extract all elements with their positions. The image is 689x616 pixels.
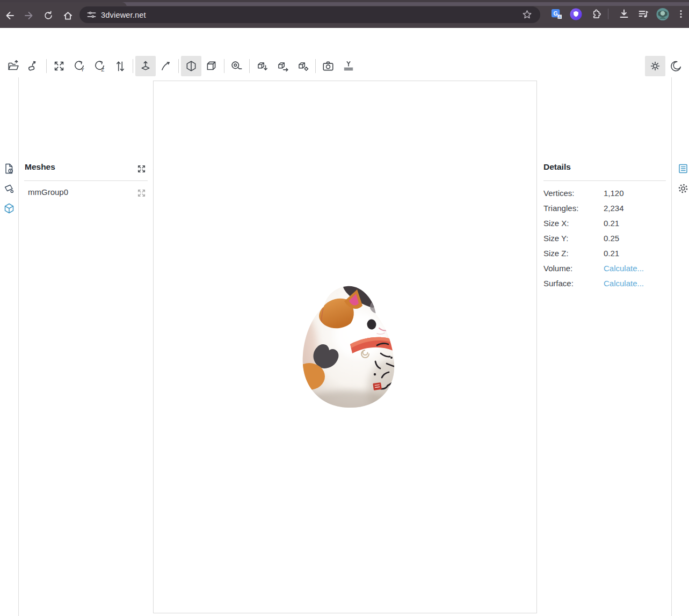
detail-value: 2,234: [604, 204, 624, 213]
detail-row-volume: Volume: Calculate...: [543, 260, 666, 276]
detail-row-size-x: Size X: 0.21: [543, 215, 666, 230]
home-icon[interactable]: [59, 7, 76, 24]
fit-mesh-icon[interactable]: [137, 189, 146, 200]
toolbar-separator: [224, 59, 224, 73]
translate-extension-icon[interactable]: GA: [550, 8, 563, 20]
screen: 3dviewer.net GA O: [0, 0, 689, 616]
toolbar-separator: [249, 59, 250, 73]
details-list-icon[interactable]: [677, 163, 689, 177]
profile-avatar[interactable]: [656, 8, 669, 20]
toolbar-separator: [46, 59, 47, 73]
svg-text:A: A: [558, 15, 561, 19]
cube-arrow-right-icon[interactable]: [272, 56, 293, 76]
detail-row-size-z: Size Z: 0.21: [543, 245, 666, 260]
detail-label: Size Z:: [543, 249, 604, 258]
detail-label: Size Y:: [543, 234, 604, 243]
toolbar-separator: [178, 59, 179, 73]
detail-row-triangles: Triangles: 2,234: [543, 200, 666, 215]
right-sidebar-strip: [671, 77, 689, 616]
free-orbit-icon[interactable]: [156, 56, 176, 76]
toolbar-separator: [315, 59, 316, 73]
menu-dots-icon[interactable]: [675, 8, 687, 20]
orthographic-camera-icon[interactable]: [201, 56, 222, 76]
set-z-up-icon[interactable]: Z: [90, 56, 110, 76]
app-header: ONLINE 3D VIEWER cat fixed.obj: [0, 28, 689, 55]
detail-label: Volume:: [543, 264, 604, 273]
snapshot-camera-icon[interactable]: [318, 56, 338, 76]
downloads-icon[interactable]: [618, 8, 630, 20]
align-to-floor-icon[interactable]: [338, 56, 359, 76]
svg-text:Z: Z: [101, 67, 104, 73]
light-theme-icon[interactable]: [645, 56, 665, 76]
detail-value: 0.21: [604, 249, 619, 258]
calculate-volume-link[interactable]: Calculate...: [604, 264, 644, 273]
url-text[interactable]: 3dviewer.net: [101, 11, 146, 19]
settings-gear-icon[interactable]: [677, 183, 689, 197]
panel-divider: [543, 180, 666, 181]
site-settings-icon[interactable]: [86, 9, 97, 23]
toolbar-separator: [133, 59, 133, 73]
detail-value: 0.21: [604, 219, 619, 228]
file-details-icon[interactable]: [3, 163, 15, 175]
details-panel-title: Details: [543, 162, 571, 172]
media-controls-icon[interactable]: [637, 8, 650, 20]
mesh-tree-item[interactable]: mmGroup0: [19, 185, 153, 201]
browser-chrome: 3dviewer.net GA: [0, 0, 689, 28]
detail-row-size-y: Size Y: 0.25: [543, 230, 666, 245]
reload-icon[interactable]: [40, 7, 57, 24]
svg-text:Y: Y: [81, 67, 84, 73]
viewport-canvas[interactable]: [153, 81, 537, 613]
detail-value: 1,120: [604, 189, 624, 198]
shield-extension-icon[interactable]: [569, 8, 582, 20]
flip-up-vector-icon[interactable]: [110, 56, 130, 76]
mesh-item-label[interactable]: mmGroup0: [28, 187, 68, 197]
detail-value: 0.25: [604, 234, 619, 243]
fit-to-window-icon[interactable]: [49, 56, 69, 76]
fixed-up-vector-icon[interactable]: [135, 56, 156, 76]
detail-label: Size X:: [543, 219, 604, 228]
open-url-icon[interactable]: [24, 56, 44, 76]
cube-arrow-down-icon[interactable]: [252, 56, 272, 76]
url-bar[interactable]: 3dviewer.net: [79, 6, 540, 23]
calculate-surface-link[interactable]: Calculate...: [604, 279, 644, 288]
detail-label: Surface:: [543, 279, 604, 288]
materials-icon[interactable]: [3, 183, 15, 194]
dark-theme-icon[interactable]: [665, 56, 686, 76]
detail-label: Triangles:: [543, 204, 604, 213]
back-icon[interactable]: [1, 7, 18, 24]
meshes-panel: Meshes mmGroup0 Materials (4): [19, 77, 153, 616]
left-sidebar-strip: [0, 77, 19, 616]
set-y-up-icon[interactable]: Y: [69, 56, 90, 76]
detail-row-vertices: Vertices: 1,120: [543, 185, 666, 200]
cat-model-render[interactable]: [296, 283, 400, 413]
details-panel: Details Vertices: 1,120 Triangles: 2,234…: [537, 77, 671, 616]
cube-diamond-icon[interactable]: [293, 56, 313, 76]
chrome-separator: [608, 9, 608, 19]
fit-meshes-icon[interactable]: [137, 164, 146, 176]
perspective-camera-icon[interactable]: [181, 56, 201, 76]
main-toolbar: Y Z: [0, 55, 689, 77]
extensions-puzzle-icon[interactable]: [589, 8, 602, 20]
open-file-icon[interactable]: [3, 56, 24, 76]
theme-toggle-group: [645, 56, 686, 76]
meshes-panel-title: Meshes: [25, 162, 55, 172]
bookmark-star-icon[interactable]: [521, 9, 533, 23]
forward-icon: [20, 7, 38, 24]
detail-row-surface: Surface: Calculate...: [543, 276, 666, 291]
detail-label: Vertices:: [543, 189, 604, 198]
panel-divider: [24, 180, 148, 181]
measure-icon[interactable]: [227, 56, 247, 76]
meshes-icon[interactable]: [3, 202, 15, 214]
svg-text:G: G: [553, 10, 557, 16]
